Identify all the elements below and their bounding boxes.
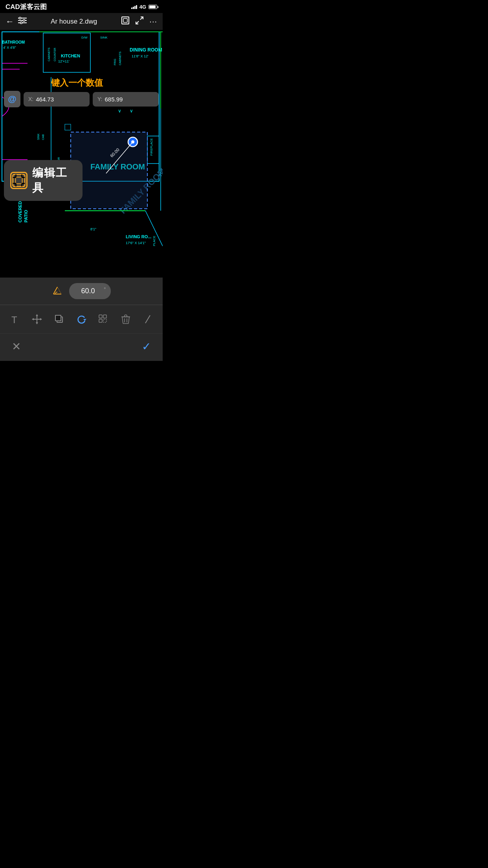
move-tool-button[interactable] <box>28 311 46 328</box>
svg-line-68 <box>57 287 61 294</box>
svg-marker-74 <box>32 318 34 320</box>
svg-point-4 <box>23 20 25 22</box>
svg-point-5 <box>20 22 22 24</box>
svg-rect-57 <box>13 175 25 186</box>
y-label: Y: <box>97 96 102 102</box>
svg-text:LIVING RO...: LIVING RO... <box>126 234 151 239</box>
svg-text:17'6" X 14'1": 17'6" X 14'1" <box>126 241 146 245</box>
svg-text:CABINETS: CABINETS <box>119 51 121 65</box>
battery-icon <box>149 5 157 9</box>
status-right: 4G <box>131 4 157 10</box>
svg-text:KITCHEN: KITCHEN <box>61 53 80 58</box>
svg-text:12'×11': 12'×11' <box>58 59 70 63</box>
svg-marker-73 <box>36 322 38 324</box>
svg-marker-72 <box>36 314 38 316</box>
svg-text:∨: ∨ <box>130 108 133 114</box>
delete-tool-button[interactable] <box>117 311 134 328</box>
y-value: 685.99 <box>105 96 123 103</box>
x-value: 464.73 <box>36 96 54 103</box>
svg-text:CABINETS: CABINETS <box>48 48 50 61</box>
coord-x-field[interactable]: X: 464.73 <box>24 92 90 107</box>
angle-icon <box>52 285 63 298</box>
copy-tool-button[interactable] <box>51 311 68 328</box>
x-label: X: <box>28 96 33 102</box>
angle-bar: 60.0 ° <box>0 278 163 305</box>
bottom-toolbar: T <box>0 305 163 333</box>
svg-text:FRIG: FRIG <box>114 59 116 65</box>
svg-rect-58 <box>15 177 22 184</box>
svg-rect-82 <box>99 319 102 322</box>
network-label: 4G <box>139 4 146 10</box>
svg-line-87 <box>145 315 150 323</box>
confirm-button[interactable]: ✓ <box>142 340 151 353</box>
svg-line-8 <box>140 17 143 20</box>
svg-text:COUNTER: COUNTER <box>53 48 56 61</box>
filter-button[interactable] <box>18 17 27 26</box>
more-tool-button[interactable] <box>139 311 156 328</box>
expand-button[interactable] <box>135 16 144 27</box>
angle-value: 60.0 <box>81 287 95 295</box>
cad-canvas[interactable]: KITCHEN 12'×11' D/W SINK CABINETS COUNTE… <box>0 30 163 278</box>
svg-marker-75 <box>40 318 42 320</box>
bottom-actions: ✕ ✓ <box>0 333 163 361</box>
array-tool-button[interactable] <box>95 311 112 328</box>
top-nav: ← Ar house 2.dwg ··· <box>0 13 163 30</box>
svg-text:SINK: SINK <box>37 133 40 140</box>
rotate-tool-button[interactable] <box>73 311 90 328</box>
svg-rect-80 <box>99 315 102 318</box>
svg-line-9 <box>136 21 139 24</box>
coord-bar: @ X: 464.73 Y: 685.99 <box>4 91 159 107</box>
text-tool-button[interactable]: T <box>6 311 24 328</box>
degree-symbol: ° <box>104 286 106 292</box>
svg-text:PLACE: PLACE <box>152 236 156 246</box>
fit-button[interactable] <box>121 16 130 27</box>
svg-rect-83 <box>103 319 106 322</box>
back-button[interactable]: ← <box>6 17 14 27</box>
more-button[interactable]: ··· <box>149 17 157 26</box>
angle-input[interactable]: 60.0 ° <box>69 283 110 299</box>
svg-text:DINING ROOM: DINING ROOM <box>130 47 162 53</box>
svg-text:COVERED: COVERED <box>18 201 22 223</box>
svg-rect-81 <box>103 315 106 318</box>
prompt-text: 键入一个数值 <box>51 77 103 89</box>
status-bar: CAD派客云图 4G <box>0 0 163 13</box>
tool-popup-label: 编辑工具 <box>32 166 76 195</box>
svg-rect-7 <box>123 18 127 22</box>
tool-popup[interactable]: 编辑工具 <box>4 160 83 201</box>
svg-text:PATIO: PATIO <box>24 210 28 223</box>
svg-marker-79 <box>83 319 86 321</box>
tool-icon <box>10 172 28 189</box>
svg-text:D/W: D/W <box>81 36 88 39</box>
floor-plan-svg: KITCHEN 12'×11' D/W SINK CABINETS COUNTE… <box>0 30 163 278</box>
svg-text:SINK: SINK <box>100 36 108 39</box>
coord-y-field[interactable]: Y: 685.99 <box>93 92 159 107</box>
cancel-button[interactable]: ✕ <box>12 340 21 353</box>
svg-text:FIREPLACE: FIREPLACE <box>150 138 153 156</box>
nav-title: Ar house 2.dwg <box>27 18 121 26</box>
app-name: CAD派客云图 <box>6 2 47 11</box>
svg-text:BATHROOM: BATHROOM <box>2 40 25 44</box>
signal-icon <box>131 5 137 9</box>
svg-point-3 <box>19 17 21 19</box>
svg-text:8'1": 8'1" <box>90 227 96 231</box>
svg-rect-77 <box>55 315 61 321</box>
svg-text:∨: ∨ <box>118 108 121 114</box>
svg-rect-6 <box>122 17 129 24</box>
nav-right-icons: ··· <box>121 16 157 27</box>
svg-text:11'8" X 12': 11'8" X 12' <box>132 54 149 58</box>
svg-text:T: T <box>11 314 17 325</box>
at-button[interactable]: @ <box>4 91 20 107</box>
svg-text:CAB: CAB <box>42 134 44 140</box>
svg-text:4' X 4'8": 4' X 4'8" <box>3 46 16 50</box>
